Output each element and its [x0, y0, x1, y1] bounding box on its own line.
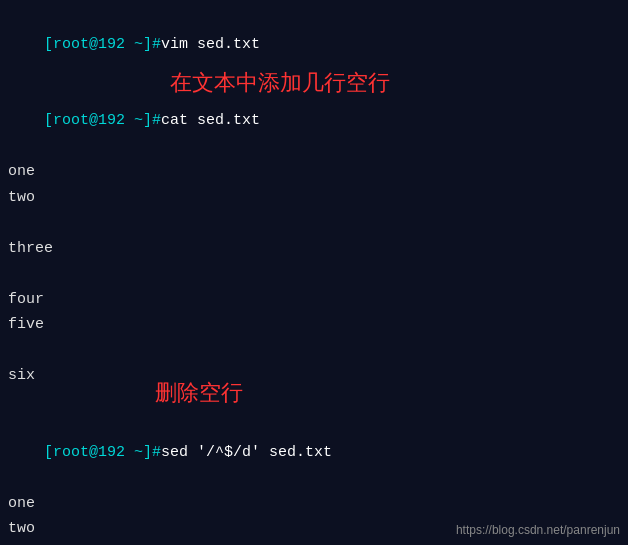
output-two-1: two	[8, 185, 620, 211]
output-one-1: one	[8, 159, 620, 185]
prompt-2: [root@192 ~]#	[44, 112, 161, 129]
prompt-1: [root@192 ~]#	[44, 36, 161, 53]
blank-2	[8, 261, 620, 287]
output-five-1: five	[8, 312, 620, 338]
prompt-3: [root@192 ~]#	[44, 444, 161, 461]
blank-4	[8, 389, 620, 415]
blank-1	[8, 210, 620, 236]
blank-3	[8, 338, 620, 364]
output-three-2: three	[8, 542, 620, 546]
line-sed: [root@192 ~]#sed '/^$/d' sed.txt	[8, 414, 620, 491]
output-four-1: four	[8, 287, 620, 313]
command-cat: cat sed.txt	[161, 112, 260, 129]
watermark: https://blog.csdn.net/panrenjun	[456, 523, 620, 537]
output-six-1: six	[8, 363, 620, 389]
output-one-2: one	[8, 491, 620, 517]
command-sed: sed '/^$/d' sed.txt	[161, 444, 332, 461]
annotation-add-blank-lines: 在文本中添加几行空行	[170, 68, 390, 98]
annotation-delete-blank-lines: 删除空行	[155, 378, 243, 408]
terminal: [root@192 ~]#vim sed.txt [root@192 ~]#ca…	[0, 0, 628, 545]
output-three-1: three	[8, 236, 620, 262]
command-vim: vim sed.txt	[161, 36, 260, 53]
